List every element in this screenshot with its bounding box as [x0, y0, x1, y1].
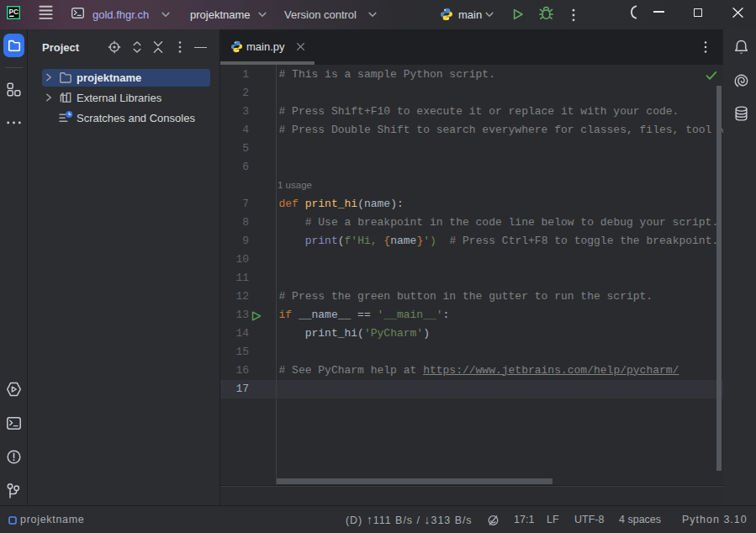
svg-text:PC: PC [9, 8, 19, 16]
